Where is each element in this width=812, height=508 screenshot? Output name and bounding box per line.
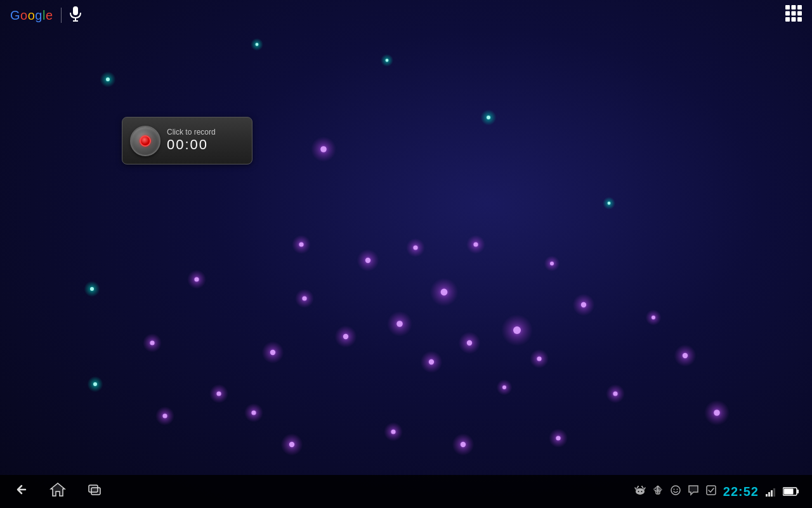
svg-rect-6 xyxy=(785,11,790,16)
svg-point-18 xyxy=(641,491,642,492)
svg-rect-34 xyxy=(707,486,716,495)
svg-rect-3 xyxy=(785,5,790,10)
svg-point-17 xyxy=(638,491,639,492)
status-bar: 22:52 xyxy=(634,485,799,499)
svg-rect-8 xyxy=(797,11,802,16)
svg-rect-4 xyxy=(792,5,796,10)
home-button[interactable] xyxy=(49,481,66,502)
bottom-nav xyxy=(13,481,103,502)
svg-point-14 xyxy=(636,488,645,495)
svg-rect-40 xyxy=(797,490,799,493)
record-info: Click to record 00:00 xyxy=(167,128,216,153)
recents-button[interactable] xyxy=(86,481,103,502)
clock-display: 22:52 xyxy=(723,485,759,499)
signal-bars xyxy=(765,486,776,497)
svg-rect-11 xyxy=(797,17,802,22)
svg-rect-7 xyxy=(792,11,796,16)
google-logo: Google xyxy=(10,8,53,23)
svg-rect-35 xyxy=(766,494,768,497)
top-bar-left: Google xyxy=(10,6,82,25)
back-button[interactable] xyxy=(13,481,29,502)
svg-rect-0 xyxy=(73,6,78,15)
face-status-icon xyxy=(670,485,681,499)
svg-point-33 xyxy=(676,488,678,490)
svg-rect-13 xyxy=(91,488,100,495)
svg-point-21 xyxy=(638,486,639,487)
usb-status-icon xyxy=(652,485,664,499)
record-label: Click to record xyxy=(167,128,216,137)
svg-line-15 xyxy=(635,488,636,490)
android-status-icon xyxy=(634,485,646,499)
logo-divider xyxy=(61,8,62,23)
svg-rect-9 xyxy=(785,17,790,22)
svg-point-22 xyxy=(641,486,643,487)
record-widget[interactable]: Click to record 00:00 xyxy=(122,117,252,164)
svg-rect-10 xyxy=(792,17,796,22)
svg-rect-36 xyxy=(768,492,770,497)
svg-rect-37 xyxy=(771,490,773,497)
svg-point-31 xyxy=(671,486,680,495)
record-time: 00:00 xyxy=(167,137,208,153)
microphone-icon xyxy=(69,6,82,25)
task-status-icon xyxy=(705,485,717,499)
svg-rect-29 xyxy=(659,489,662,490)
top-bar: Google xyxy=(0,0,812,30)
svg-point-32 xyxy=(673,488,674,490)
record-dot xyxy=(140,135,151,147)
svg-rect-38 xyxy=(773,488,775,497)
battery-icon xyxy=(783,487,799,496)
record-button[interactable] xyxy=(130,126,160,156)
svg-line-16 xyxy=(644,488,645,490)
grid-icon[interactable] xyxy=(785,5,802,25)
chat-status-icon xyxy=(688,485,699,499)
svg-rect-41 xyxy=(784,489,794,495)
bottom-bar: 22:52 xyxy=(0,475,812,508)
svg-rect-27 xyxy=(654,488,657,490)
svg-rect-5 xyxy=(797,5,802,10)
background xyxy=(0,0,812,508)
